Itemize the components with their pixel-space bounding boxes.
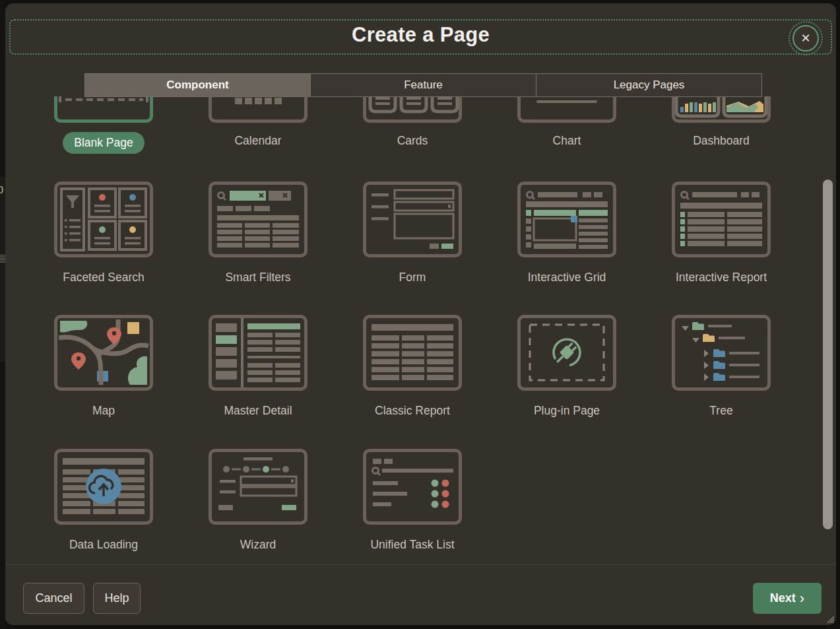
scrollbar-thumb[interactable] [823,180,833,529]
dashboard-icon [675,110,767,121]
tile-label-tree: Tree [709,404,732,418]
tile-cell: Plug-in Page [517,315,616,418]
tab-legacy-pages[interactable]: Legacy Pages [536,74,761,96]
close-icon[interactable]: ✕ [792,25,819,51]
interactive-report-icon [675,245,767,256]
tile-row-2: Faceted Search Smart Filters Form Intera… [26,182,798,284]
tile-label-faceted-search: Faceted Search [63,271,145,284]
tile-label-chart: Chart [553,134,581,148]
tab-component[interactable]: Component [85,74,311,96]
tile-cell: Faceted Search [54,182,153,284]
page-type-tabs: Component Feature Legacy Pages [84,73,762,97]
background-grid-icon: ▤ [0,252,5,264]
tile-cell: Data Loading [54,449,153,552]
tile-cell: Smart Filters [209,182,307,284]
tile-cell: Interactive Grid [517,182,616,284]
unified-task-list-icon [366,512,459,523]
background-letter: p [0,181,4,197]
tile-cell: Blank Page [54,96,153,154]
tile-label-wizard: Wizard [240,538,276,552]
tile-unified-task-list[interactable] [363,449,462,525]
map-icon [57,378,150,389]
create-page-dialog: Create a Page ✕ Component Feature Legacy… [5,3,836,625]
tile-dashboard[interactable] [672,96,771,123]
tile-label-master-detail: Master Detail [224,404,292,418]
tile-classic-report[interactable] [363,315,462,391]
tile-row-3: Map Master Detail Classic Report Plug-in… [26,315,798,418]
tile-wizard[interactable] [209,449,307,525]
faceted-search-icon [57,245,150,256]
tile-label-interactive-report: Interactive Report [676,271,767,284]
tile-label-data-loading: Data Loading [69,538,138,552]
tile-map[interactable] [54,315,153,391]
tile-row-4: Data Loading Wizard Unified Task List [26,449,798,552]
chart-icon [521,110,613,121]
data-loading-icon [57,512,150,523]
tile-cell: Form [363,182,462,284]
tile-cell: Interactive Report [672,182,771,284]
classic-report-icon [366,378,459,389]
tile-label-interactive-grid: Interactive Grid [528,271,606,284]
tile-cell: Chart [517,96,616,154]
chevron-right-icon: › [800,590,804,607]
tile-tree[interactable] [672,315,771,391]
tile-chart[interactable] [517,96,616,123]
tile-cell: Master Detail [209,315,307,418]
smart-filters-icon [212,245,304,256]
tile-cell: Map [54,315,153,418]
tile-cell: Cards [363,96,462,154]
tile-label-map: Map [92,404,115,418]
dialog-title: Create a Page [5,23,836,47]
tile-cell: Calendar [209,96,307,154]
calendar-icon [212,110,304,121]
tile-smart-filters[interactable] [209,182,307,257]
tile-cell: Dashboard [672,96,771,154]
tile-label-classic-report: Classic Report [375,404,450,418]
tile-label-unified-task-list: Unified Task List [370,538,454,552]
tile-data-loading[interactable] [54,449,153,525]
next-button[interactable]: Next› [753,583,822,614]
tile-cell: Tree [672,315,771,418]
tile-calendar[interactable] [209,96,307,123]
plug-in-page-icon [521,378,613,389]
tile-interactive-grid[interactable] [517,182,616,257]
tree-icon [675,378,767,389]
master-detail-icon [212,378,304,389]
tile-label-cards: Cards [397,134,428,148]
interactive-grid-icon [521,245,613,256]
tile-cards[interactable] [363,96,462,123]
form-icon [366,245,459,256]
tile-master-detail[interactable] [209,315,307,391]
tile-plug-in-page[interactable] [517,315,616,391]
background-panel [0,177,5,362]
tile-form[interactable] [363,182,462,257]
background-page: p ▤ [0,0,5,629]
tile-cell: Unified Task List [363,449,462,552]
tile-label-form: Form [399,271,426,284]
tile-label-calendar: Calendar [234,134,281,148]
next-label: Next [770,591,796,605]
cancel-button[interactable]: Cancel [23,583,84,614]
tile-label-dashboard: Dashboard [693,134,750,148]
cards-icon [366,110,459,121]
tile-blank-page[interactable] [54,96,153,123]
tile-cell: Wizard [209,449,307,552]
tile-cell: Classic Report [363,315,462,418]
tile-label-smart-filters: Smart Filters [225,271,290,284]
wizard-icon [212,512,304,523]
blank-page-icon [57,110,150,121]
tile-label-plug-in-page: Plug-in Page [534,404,600,418]
resize-handle-icon[interactable] [825,614,834,623]
help-button[interactable]: Help [93,583,141,614]
tile-label-blank-page: Blank Page [63,132,145,154]
tile-row-1: Blank Page Calendar CardsChart Dashboard [26,96,798,154]
tile-faceted-search[interactable] [54,182,153,257]
tile-interactive-report[interactable] [672,182,771,257]
dialog-footer: Cancel Help Next› [5,564,836,625]
tab-feature[interactable]: Feature [311,74,536,96]
